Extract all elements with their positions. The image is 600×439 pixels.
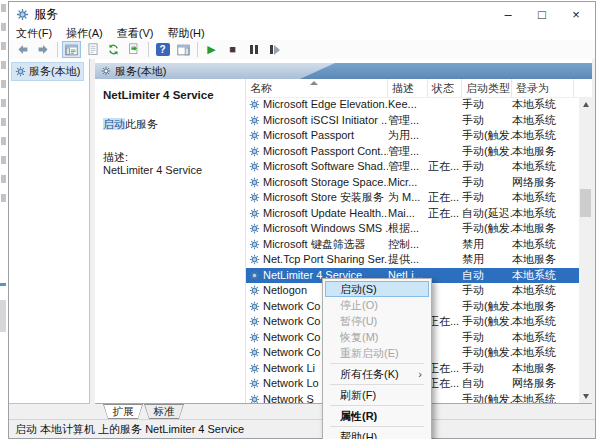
service-startup-type: 手动(触发...	[462, 345, 512, 361]
service-name: Network Li	[263, 361, 315, 377]
service-name: Microsoft Windows SMS ...	[263, 221, 388, 237]
context-menu-item[interactable]: 启动(S)	[325, 281, 429, 297]
refresh-icon[interactable]	[104, 41, 123, 58]
menu-help[interactable]: 帮助(H)	[160, 26, 211, 41]
service-status	[428, 283, 462, 299]
service-row[interactable]: Microsoft Update Health... Mai... 正在... …	[246, 206, 579, 222]
service-name: Network Co	[263, 314, 320, 330]
column-header-startup-type[interactable]: 启动类型	[462, 79, 512, 97]
service-gear-icon	[249, 99, 260, 110]
services-gear-icon	[101, 66, 111, 76]
sort-ascending-icon	[310, 81, 318, 85]
title-bar: 服务 – □ ×	[9, 2, 595, 26]
tab-standard[interactable]: 标准	[144, 404, 184, 419]
service-row[interactable]: Microsoft Windows SMS ... 根据... 手动(触发...…	[246, 221, 579, 237]
service-name: Microsoft Passport Cont...	[263, 144, 388, 160]
service-status: 正在...	[428, 159, 462, 175]
status-text: 启动 本地计算机 上的服务 NetLimiter 4 Service	[15, 422, 244, 437]
service-startup-type: 自动(延迟...	[462, 206, 512, 222]
context-menu-separator	[330, 363, 424, 364]
pause-service-button[interactable]	[244, 41, 263, 58]
service-row[interactable]: Microsoft Store 安装服务 为 M... 正在... 手动 本地系…	[246, 190, 579, 206]
forward-button[interactable]	[34, 41, 53, 58]
export-list-button[interactable]	[125, 41, 144, 58]
menu-action[interactable]: 操作(A)	[59, 26, 110, 41]
service-gear-icon	[249, 192, 260, 203]
scroll-down-button[interactable]	[579, 389, 592, 403]
service-gear-icon	[249, 115, 260, 126]
toolbar-separator	[57, 42, 58, 57]
context-menu-item[interactable]: 所有任务(K)›	[325, 366, 429, 382]
service-gear-icon	[249, 208, 260, 219]
service-status: 正在...	[428, 361, 462, 377]
service-name: Netlogon	[263, 283, 307, 299]
column-header-name[interactable]: 名称	[246, 79, 388, 97]
service-row[interactable]: Microsoft iSCSI Initiator ... 管理... 手动 本…	[246, 113, 579, 129]
service-row[interactable]: Microsoft Edge Elevation... Kee... 手动 本地…	[246, 97, 579, 113]
service-logon-as: 本地服务	[512, 299, 574, 315]
service-logon-as: 本地系统	[512, 345, 574, 361]
service-row[interactable]: Microsoft Software Shad... 管理... 正在... 手…	[246, 159, 579, 175]
restart-service-button[interactable]	[265, 41, 284, 58]
service-name: Microsoft 键盘筛选器	[263, 237, 366, 253]
service-name: Network Co	[263, 299, 320, 315]
tab-extended[interactable]: 扩展	[103, 404, 143, 419]
context-menu-item[interactable]: 刷新(F)	[325, 387, 429, 403]
service-gear-icon	[249, 363, 260, 374]
properties-button[interactable]	[83, 41, 102, 58]
service-logon-as: 本地服务	[512, 361, 574, 377]
service-startup-type: 手动(触发...	[462, 392, 512, 404]
service-startup-type: 手动(触发...	[462, 128, 512, 144]
menu-file[interactable]: 文件(F)	[9, 26, 59, 41]
service-startup-type: 自动	[462, 376, 512, 392]
list-scrollbar[interactable]	[579, 97, 592, 403]
back-button[interactable]	[13, 41, 32, 58]
maximize-button[interactable]: □	[525, 2, 559, 26]
scroll-up-button[interactable]	[579, 97, 592, 111]
stop-service-button[interactable]: ■	[223, 41, 242, 58]
service-gear-icon	[249, 301, 260, 312]
tree-item-services-local[interactable]: 服务(本地)	[11, 62, 84, 81]
extended-description-pane: NetLimiter 4 Service 启动此服务 描述: NetLimite…	[95, 79, 245, 403]
context-menu-separator	[330, 384, 424, 385]
show-console-tree-button[interactable]	[62, 41, 81, 58]
column-header-status[interactable]: 状态	[428, 79, 462, 97]
toolbar-separator	[197, 42, 198, 57]
service-row[interactable]: Microsoft Storage Space... Micr... 手动 网络…	[246, 175, 579, 191]
service-logon-as: 本地系统	[512, 113, 574, 129]
scrollbar-thumb[interactable]	[580, 189, 591, 217]
service-status	[428, 221, 462, 237]
column-header-logon-as[interactable]: 登录为	[512, 79, 574, 97]
service-gear-icon	[249, 223, 260, 234]
start-service-button[interactable]: ▶	[202, 41, 221, 58]
service-name: Microsoft Passport	[263, 128, 354, 144]
menu-view[interactable]: 查看(V)	[110, 26, 161, 41]
service-name: Network Lo	[263, 376, 319, 392]
service-startup-type: 手动	[462, 361, 512, 377]
help-button[interactable]: ?	[153, 41, 172, 58]
service-row[interactable]: Microsoft Passport 为用... 手动(触发... 本地系统	[246, 128, 579, 144]
context-menu-item[interactable]: 帮助(H)	[325, 429, 429, 439]
service-logon-as: 本地系统	[512, 128, 574, 144]
context-menu-item[interactable]: 属性(R)	[325, 408, 429, 424]
service-description: 管理...	[388, 159, 428, 175]
show-action-pane-button[interactable]	[174, 41, 193, 58]
main-area: 服务(本地) 服务(本地) NetLimiter 4 Service 启动此服务…	[9, 59, 595, 420]
context-menu-separator	[330, 426, 424, 427]
service-gear-icon	[249, 347, 260, 358]
service-name: Microsoft Store 安装服务	[263, 190, 384, 206]
minimize-button[interactable]: –	[491, 2, 525, 26]
service-row[interactable]: Microsoft 键盘筛选器 控制... 禁用 本地系统	[246, 237, 579, 253]
service-description: 控制...	[388, 237, 428, 253]
service-gear-icon	[249, 316, 260, 327]
service-row[interactable]: Net.Tcp Port Sharing Ser... 提供... 禁用 本地服…	[246, 252, 579, 268]
panel-header-band: 服务(本地)	[95, 63, 592, 79]
start-service-link[interactable]: 启动此服务	[103, 117, 158, 132]
service-logon-as: 本地系统	[512, 237, 574, 253]
arrow-down-icon	[583, 394, 589, 399]
service-startup-type: 手动	[462, 159, 512, 175]
service-row[interactable]: Microsoft Passport Cont... 管理... 手动(触发..…	[246, 144, 579, 160]
column-header-description[interactable]: 描述	[388, 79, 428, 97]
service-logon-as: 网络服务	[512, 376, 574, 392]
close-button[interactable]: ×	[559, 2, 593, 26]
